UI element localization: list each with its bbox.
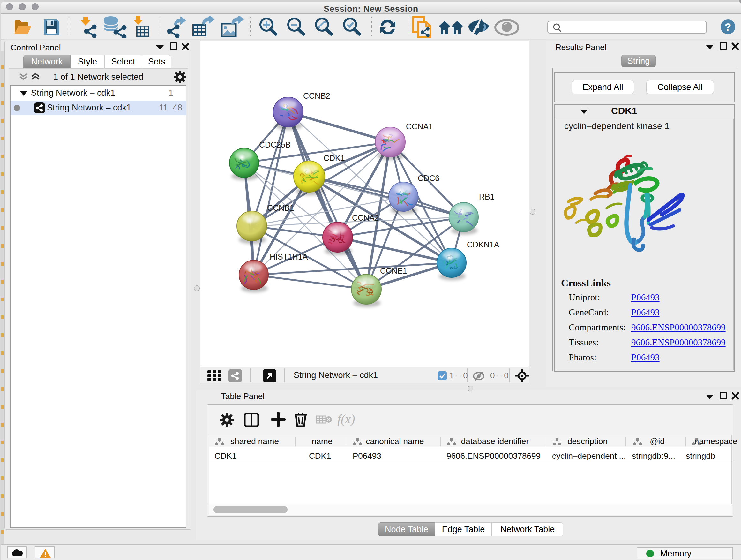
svg-text:CCNB1: CCNB1 <box>267 203 294 212</box>
svg-text:CDK1: CDK1 <box>324 153 345 163</box>
svg-text:RB1: RB1 <box>479 192 495 201</box>
svg-text:CCNA2: CCNA2 <box>352 213 379 222</box>
svg-text:CDC6: CDC6 <box>418 174 440 183</box>
svg-text:HIST1H1A: HIST1H1A <box>270 252 308 261</box>
svg-text:CCNB2: CCNB2 <box>303 91 330 100</box>
svg-text:CCNA1: CCNA1 <box>406 122 433 131</box>
svg-text:CDKN1A: CDKN1A <box>467 240 499 249</box>
svg-text:CCNE1: CCNE1 <box>380 266 407 275</box>
svg-text:CDC25B: CDC25B <box>259 140 291 149</box>
